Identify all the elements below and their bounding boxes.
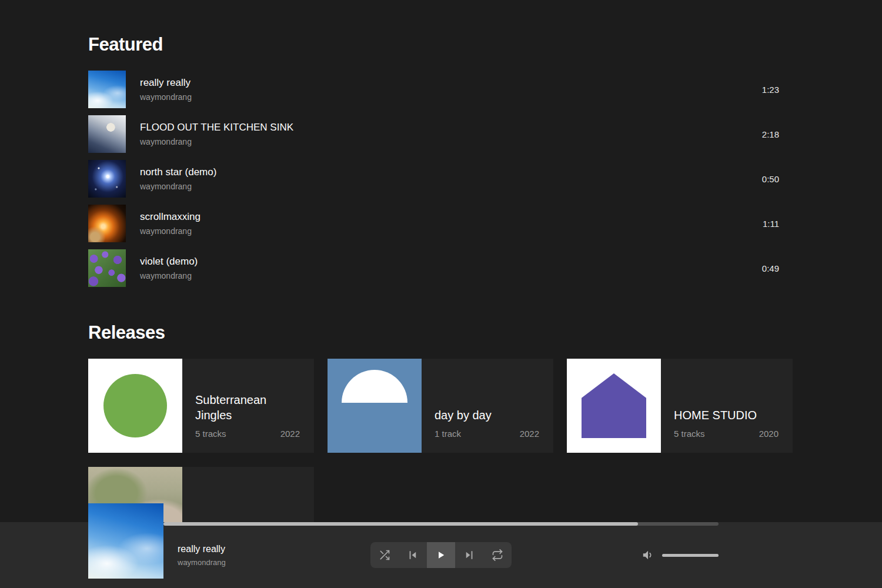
release-track-count: 1 track — [435, 429, 461, 439]
release-cover — [88, 359, 182, 453]
now-playing-info: really really waymondrang — [178, 544, 226, 567]
release-track-count: 5 tracks — [195, 429, 226, 439]
track-artist: waymondrang — [140, 271, 762, 280]
releases-heading: Releases — [88, 322, 794, 343]
previous-button[interactable] — [399, 542, 427, 568]
now-playing-artist: waymondrang — [178, 558, 226, 567]
track-text: scrollmaxxing waymondrang — [140, 211, 763, 236]
track-art — [88, 115, 126, 153]
release-title: HOME STUDIO — [674, 407, 779, 423]
release-track-count: 5 tracks — [674, 429, 705, 439]
track-title: north star (demo) — [140, 166, 762, 178]
featured-section: Featured really really waymondrang 1:23 … — [88, 34, 794, 294]
release-meta: 5 tracks 2022 — [195, 429, 300, 439]
release-text: day by day 1 track 2022 — [422, 359, 553, 453]
track-title: really really — [140, 77, 762, 89]
track-duration: 0:50 — [762, 174, 779, 184]
track-artist: waymondrang — [140, 137, 762, 146]
player-controls-group — [370, 542, 512, 568]
track-title: scrollmaxxing — [140, 211, 763, 223]
track-art — [88, 160, 126, 198]
page: Featured really really waymondrang 1:23 … — [0, 0, 882, 588]
track-text: really really waymondrang — [140, 77, 762, 102]
track-row[interactable]: really really waymondrang 1:23 — [88, 71, 794, 108]
track-art — [88, 71, 126, 108]
shuffle-icon — [379, 549, 390, 561]
release-card[interactable]: Subterranean Jingles 5 tracks 2022 — [88, 359, 314, 453]
play-icon — [436, 550, 446, 560]
repeat-icon — [492, 549, 503, 561]
progress-bar[interactable] — [163, 522, 719, 526]
track-artist: waymondrang — [140, 92, 762, 102]
volume-icon[interactable] — [642, 549, 655, 562]
volume-fill — [662, 554, 719, 557]
release-year: 2022 — [280, 429, 300, 439]
release-text: HOME STUDIO 5 tracks 2020 — [661, 359, 793, 453]
track-art — [88, 205, 126, 242]
release-year: 2020 — [759, 429, 779, 439]
track-artist: waymondrang — [140, 226, 763, 236]
release-card[interactable]: day by day 1 track 2022 — [328, 359, 553, 453]
release-text: Subterranean Jingles 5 tracks 2022 — [182, 359, 314, 453]
now-playing-title: really really — [178, 544, 226, 554]
track-row[interactable]: north star (demo) waymondrang 0:50 — [88, 160, 794, 198]
release-title: Subterranean Jingles — [195, 392, 300, 423]
track-duration: 1:11 — [763, 219, 779, 229]
track-text: FLOOD OUT THE KITCHEN SINK waymondrang — [140, 122, 762, 146]
featured-heading: Featured — [88, 34, 794, 55]
track-title: violet (demo) — [140, 256, 762, 268]
track-text: violet (demo) waymondrang — [140, 256, 762, 280]
track-row[interactable]: violet (demo) waymondrang 0:49 — [88, 249, 794, 287]
volume-controls — [642, 542, 719, 568]
track-row[interactable]: FLOOD OUT THE KITCHEN SINK waymondrang 2… — [88, 115, 794, 153]
release-year: 2022 — [520, 429, 539, 439]
release-cover — [567, 359, 661, 453]
track-row[interactable]: scrollmaxxing waymondrang 1:11 — [88, 205, 794, 242]
player-bar: really really waymondrang — [0, 522, 882, 588]
track-duration: 1:23 — [762, 85, 779, 95]
track-title: FLOOD OUT THE KITCHEN SINK — [140, 122, 762, 133]
track-text: north star (demo) waymondrang — [140, 166, 762, 191]
shuffle-button[interactable] — [370, 542, 399, 568]
play-button[interactable] — [427, 542, 455, 568]
track-art — [88, 249, 126, 287]
release-card[interactable]: HOME STUDIO 5 tracks 2020 — [567, 359, 793, 453]
volume-slider[interactable] — [662, 554, 719, 557]
release-title: day by day — [435, 407, 539, 423]
previous-icon — [407, 550, 418, 560]
next-icon — [464, 550, 475, 560]
track-artist: waymondrang — [140, 182, 762, 191]
repeat-button[interactable] — [483, 542, 512, 568]
release-cover — [328, 359, 422, 453]
now-playing-art[interactable] — [88, 503, 163, 579]
featured-track-list: really really waymondrang 1:23 FLOOD OUT… — [88, 71, 794, 287]
progress-fill — [163, 522, 638, 526]
track-duration: 0:49 — [762, 263, 779, 273]
release-meta: 5 tracks 2020 — [674, 429, 779, 439]
track-duration: 2:18 — [762, 129, 779, 139]
release-meta: 1 track 2022 — [435, 429, 539, 439]
next-button[interactable] — [455, 542, 483, 568]
